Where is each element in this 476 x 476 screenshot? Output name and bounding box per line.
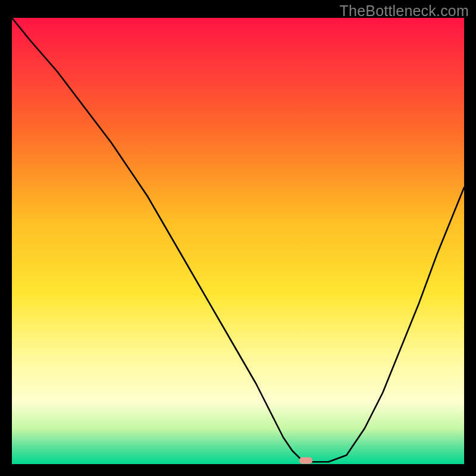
chart-svg — [12, 18, 464, 464]
plot-area — [12, 18, 464, 464]
chart-background — [12, 18, 464, 464]
watermark-label: TheBottleneck.com — [340, 2, 469, 20]
chart-frame: TheBottleneck.com — [0, 0, 476, 476]
optimal-marker — [299, 458, 312, 464]
